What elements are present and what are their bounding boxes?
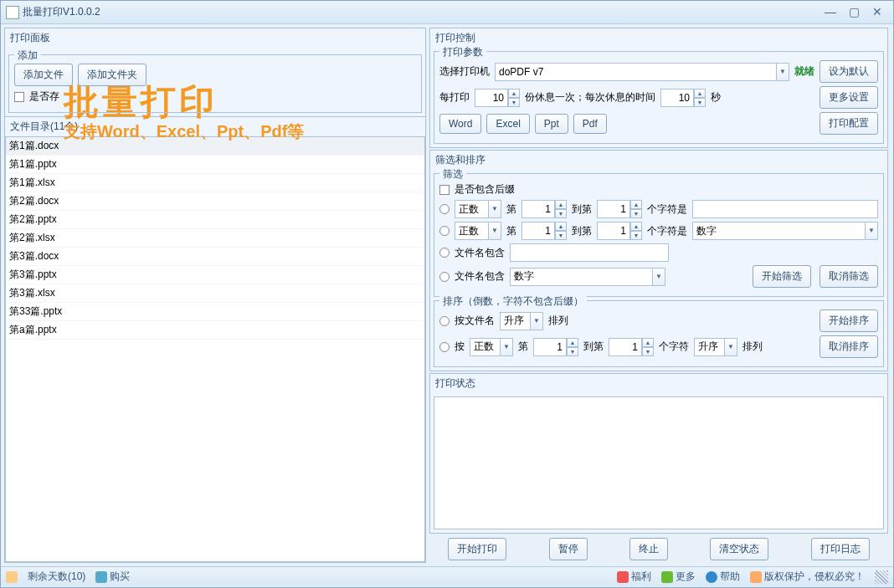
file-row[interactable]: 第1篇.docx [6,137,424,156]
print-panel-title: 打印面板 [5,28,425,48]
start-filter-button[interactable]: 开始筛选 [753,265,811,288]
print-status-title: 打印状态 [430,374,887,393]
filter-sort-title: 筛选和排序 [430,151,887,170]
print-param-title: 打印参数 [439,45,486,59]
print-log-button[interactable]: 打印日志 [811,538,870,560]
sec-label: 秒 [711,90,721,105]
days-remaining[interactable]: 剩余天数(10) [28,570,85,584]
file-row[interactable]: 第3篇.docx [6,248,424,266]
start-print-button[interactable]: 开始打印 [448,538,506,560]
file-row[interactable]: 第1篇.pptx [6,156,424,174]
file-row[interactable]: 第2篇.xlsx [6,229,424,248]
filter-title: 筛选 [439,167,466,182]
cancel-filter-button[interactable]: 取消筛选 [820,265,878,288]
buy-link[interactable]: 购买 [95,570,130,584]
rest-label: 份休息一次；每次休息的时间 [525,90,655,105]
file-row[interactable]: 第3篇.pptx [6,266,424,284]
file-row[interactable]: 第2篇.docx [6,192,424,211]
rest-time-input[interactable] [660,89,694,107]
printer-label: 选择打印机 [439,64,490,79]
filter-radio-2[interactable] [439,226,450,236]
stop-button[interactable]: 终止 [629,538,668,560]
user-icon [6,571,18,583]
cancel-sort-button[interactable]: 取消排序 [820,335,878,358]
file-row[interactable]: 第2篇.pptx [6,211,424,229]
sort-radio-2[interactable] [439,342,450,352]
help-link[interactable]: 帮助 [706,570,740,584]
close-button[interactable]: ✕ [866,5,888,20]
char-input-1[interactable] [692,200,878,218]
sort-title: 排序（倒数，字符不包含后缀） [439,294,587,309]
filter-radio-4[interactable] [439,272,450,282]
per-print-input[interactable] [475,89,508,107]
file-list[interactable]: 第1篇.docx第1篇.pptx第1篇.xlsx第2篇.docx第2篇.pptx… [5,136,425,562]
status-area [434,396,884,529]
add-file-button[interactable]: 添加文件 [14,64,73,86]
word-button[interactable]: Word [439,114,481,134]
copyright-link[interactable]: 版权保护，侵权必究！ [750,570,865,584]
more-settings-button[interactable]: 更多设置 [820,86,878,109]
add-folder-button[interactable]: 添加文件夹 [78,64,146,86]
printer-dropdown-icon[interactable]: ▼ [776,63,789,81]
pdf-button[interactable]: Pdf [573,114,607,134]
per-print-label: 每打印 [439,90,470,105]
file-list-title: 文件目录(11个) [5,116,425,136]
pause-button[interactable]: 暂停 [549,538,588,560]
add-section-title: 添加 [14,49,41,63]
name-contain-input[interactable] [510,243,669,262]
set-default-button[interactable]: 设为默认 [820,60,878,83]
more-link[interactable]: 更多 [661,570,696,584]
printer-status: 就绪 [794,64,814,79]
start-sort-button[interactable]: 开始排序 [820,309,878,332]
printer-select[interactable] [495,63,776,81]
ppt-button[interactable]: Ppt [535,114,568,134]
maximize-button[interactable]: ▢ [843,5,865,20]
print-config-button[interactable]: 打印配置 [820,112,878,135]
welfare-link[interactable]: 福利 [617,570,651,584]
is-save-label: 是否存 [29,89,59,104]
app-icon [6,6,19,19]
file-row[interactable]: 第1篇.xlsx [6,174,424,192]
window-title: 批量打印V1.0.0.2 [23,5,818,19]
sort-radio-1[interactable] [439,316,450,326]
file-row[interactable]: 第33篇.pptx [6,303,424,321]
clear-status-button[interactable]: 清空状态 [710,538,768,560]
file-row[interactable]: 第a篇.pptx [6,321,424,340]
excel-button[interactable]: Excel [486,114,529,134]
filter-radio-1[interactable] [439,204,450,214]
print-control-title: 打印控制 [430,28,887,48]
minimize-button[interactable]: — [820,5,841,20]
filter-radio-3[interactable] [439,248,450,258]
resize-grip-icon[interactable] [875,570,888,584]
is-save-checkbox[interactable] [14,92,24,102]
include-suffix-checkbox[interactable] [439,185,450,195]
file-row[interactable]: 第3篇.xlsx [6,284,424,303]
